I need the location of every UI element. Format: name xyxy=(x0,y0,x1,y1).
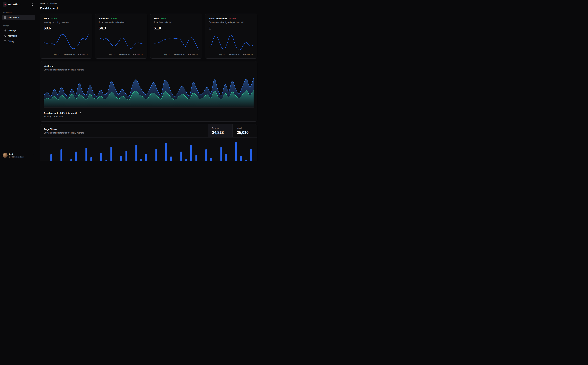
notifications-button[interactable] xyxy=(30,2,35,7)
page-views-bar-chart xyxy=(44,140,254,161)
sidebar-item-settings[interactable]: Settings xyxy=(2,28,35,33)
sparkline-x-labels: July 24 September 24 December 24 xyxy=(44,53,89,56)
trend-badge: 9% xyxy=(161,17,166,20)
sidebar-item-members[interactable]: Members xyxy=(2,33,35,39)
x-tick-label: July 24 xyxy=(219,53,225,56)
trend-value: 9% xyxy=(163,17,166,20)
sidebar: m Makerkit Application Dashboard Setting… xyxy=(0,0,37,161)
stat-subtitle: Customers who signed up this month xyxy=(209,21,254,23)
bar xyxy=(220,147,222,161)
workspace-switcher[interactable]: m Makerkit xyxy=(3,2,21,7)
sidebar-item-label: Settings xyxy=(8,29,16,32)
bar xyxy=(240,156,242,161)
bar xyxy=(185,159,187,161)
x-tick-label: September 24 xyxy=(119,53,130,56)
customers-sparkline-chart xyxy=(209,33,254,52)
stat-title: Revenue xyxy=(99,17,109,20)
desktop-value: 24,828 xyxy=(212,130,228,135)
trending-up-icon xyxy=(79,112,81,114)
bar xyxy=(135,145,137,161)
bar xyxy=(70,159,72,161)
mobile-value: 25,010 xyxy=(237,130,253,135)
revenue-sparkline-chart xyxy=(99,33,144,52)
makerkit-logo: m xyxy=(3,2,7,7)
page-views-header: Page Views Showing total visitors for th… xyxy=(40,124,257,138)
arrow-up-icon xyxy=(51,18,53,19)
visitors-trend-text: Trending up by 5.2% this month xyxy=(44,112,77,114)
sparkline-wrap: July 24 September 24 December 24 xyxy=(99,33,144,56)
bar xyxy=(155,149,157,161)
bar xyxy=(125,151,127,161)
stat-card-header: Revenue 12% xyxy=(99,17,144,20)
stat-value: $9.6 xyxy=(44,26,89,30)
x-tick-label: July 24 xyxy=(109,53,115,56)
bar xyxy=(100,153,102,161)
bar xyxy=(76,152,77,161)
trend-badge: 12% xyxy=(111,17,117,20)
gear-icon xyxy=(4,29,7,32)
x-tick-label: September 24 xyxy=(63,53,75,56)
user-email: test@makerkit.dev xyxy=(9,156,24,158)
arrow-down-icon xyxy=(229,18,231,19)
bar xyxy=(250,149,252,161)
bar xyxy=(210,158,212,161)
layout-dashboard-icon xyxy=(4,16,7,19)
users-icon xyxy=(4,35,7,37)
user-meta: test test@makerkit.dev xyxy=(9,153,24,158)
user-menu[interactable]: test test@makerkit.dev xyxy=(2,152,35,159)
sparkline-wrap: July 24 September 24 December 24 xyxy=(154,33,199,56)
trend-badge: 20% xyxy=(51,17,57,20)
bar xyxy=(140,159,142,161)
sidebar-item-label: Members xyxy=(8,35,17,37)
stat-title: New Customers xyxy=(209,17,228,20)
bar xyxy=(120,156,122,161)
page-views-titles: Page Views Showing total visitors for th… xyxy=(40,124,208,137)
chevron-right-icon xyxy=(46,2,48,5)
bar xyxy=(110,147,112,161)
bell-icon xyxy=(31,3,34,6)
bar xyxy=(60,149,62,161)
stat-subtitle: Total revenue including fees xyxy=(99,21,144,23)
stat-value: 1 xyxy=(209,26,254,30)
stat-card-new-customers: New Customers -25% Customers who signed … xyxy=(205,14,257,59)
sidebar-item-dashboard[interactable]: Dashboard xyxy=(2,15,35,20)
bar xyxy=(245,160,247,161)
trend-value: 12% xyxy=(113,17,117,20)
app-root: { "colors": { "accent_blue": "#2563eb", … xyxy=(0,0,259,161)
trend-badge: -25% xyxy=(229,17,236,20)
bar xyxy=(225,154,227,161)
sidebar-item-label: Billing xyxy=(8,40,14,42)
bar xyxy=(195,155,197,161)
bar xyxy=(90,157,92,161)
stat-card-fees: Fees 9% Total fees collected $1.0 July 2… xyxy=(150,14,202,59)
bar xyxy=(55,161,57,161)
desktop-toggle[interactable]: Desktop 24,828 xyxy=(208,124,232,137)
visitors-trend: Trending up by 5.2% this month xyxy=(44,112,254,114)
sidebar-item-billing[interactable]: Billing xyxy=(2,39,35,44)
bar xyxy=(170,156,172,161)
x-tick-label: September 24 xyxy=(228,53,240,56)
x-tick-label: December 24 xyxy=(132,53,143,56)
sparkline-x-labels: July 24 September 24 December 24 xyxy=(99,53,144,56)
sparkline-x-labels: July 24 September 24 December 24 xyxy=(209,53,254,56)
bar xyxy=(145,154,147,161)
visitors-period: January - June 2024 xyxy=(44,115,254,118)
stat-card-header: Fees 9% xyxy=(154,17,199,20)
x-tick-label: December 24 xyxy=(242,53,253,56)
sidebar-section-application: Application Dashboard xyxy=(2,12,35,20)
stat-card-header: MRR 20% xyxy=(44,17,89,20)
mobile-toggle[interactable]: Mobile 25,010 xyxy=(232,124,257,137)
trend-value: -25% xyxy=(232,17,236,20)
arrow-up-icon xyxy=(161,18,163,19)
bar xyxy=(105,160,107,161)
visitors-title: Visitors xyxy=(44,65,254,68)
x-tick-label: December 24 xyxy=(77,53,88,56)
sidebar-item-label: Dashboard xyxy=(8,16,19,19)
user-avatar xyxy=(3,153,8,158)
x-tick-label: July 24 xyxy=(54,53,60,56)
stat-title: Fees xyxy=(154,17,159,20)
bar xyxy=(180,152,182,161)
stat-value: $1.0 xyxy=(154,26,199,30)
breadcrumb-home-link[interactable]: Home xyxy=(40,2,45,5)
stat-subtitle: Monthly recurring revenue xyxy=(44,21,89,23)
